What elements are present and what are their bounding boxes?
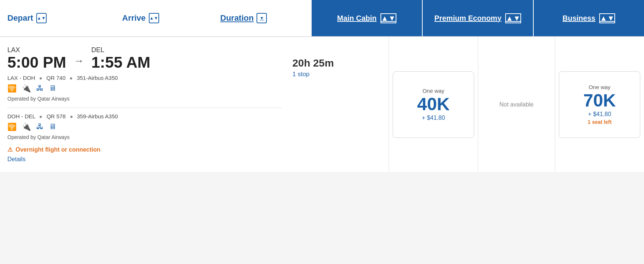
arrive-label: Arrive [122, 13, 146, 23]
business-card[interactable]: One way 70K + $41.80 1 seat left [559, 71, 640, 138]
warning-icon: ⚠ [7, 146, 13, 153]
page-wrapper: Depart ▲▼ Arrive ▲▼ Duration ▼ Main Cabi… [0, 0, 644, 172]
premium-economy-label: Premium Economy [435, 14, 502, 23]
main-cabin-label: Main Cabin [337, 14, 377, 23]
depart-time: 5:00 PM [7, 55, 66, 70]
depart-label: Depart [7, 13, 33, 23]
flight-info: LAX 5:00 PM → DEL 1:55 AM LAX - DOH QR 7… [0, 37, 289, 172]
business-cash: + $41.80 [588, 111, 611, 118]
segment-1-route: LAX - DOH QR 740 351-Airbus A350 [7, 75, 281, 81]
dot-2 [70, 77, 72, 79]
business-header[interactable]: Business ▲▼ [533, 0, 644, 36]
depart-block: LAX 5:00 PM [7, 46, 66, 70]
premium-economy-header[interactable]: Premium Economy ▲▼ [422, 0, 533, 36]
main-cabin-card-wrapper: One way 40K + $41.80 [389, 37, 478, 172]
main-cabin-card[interactable]: One way 40K + $41.80 [393, 71, 474, 138]
cabin-cards: One way 40K + $41.80 Not available One w… [389, 37, 644, 172]
segment-2: DOH - DEL QR 578 359-Airbus A350 🛜 🔌 🖧 🖥… [7, 113, 281, 140]
dot-1 [40, 77, 42, 79]
segment-separator [7, 108, 281, 108]
segment-1-amenities: 🛜 🔌 🖧 🖥 [7, 84, 281, 93]
business-sort-icon: ▲▼ [599, 13, 616, 23]
arrive-time: 1:55 AM [91, 55, 151, 70]
depart-sort-icon: ▲▼ [36, 13, 47, 23]
main-cabin-one-way: One way [422, 88, 444, 94]
business-seats-left: 1 seat left [588, 119, 612, 125]
premium-economy-sort-icon: ▲▼ [505, 13, 521, 23]
arrow-icon: → [74, 55, 84, 67]
main-cabin-sort-icon: ▲▼ [380, 13, 397, 23]
flight-times: LAX 5:00 PM → DEL 1:55 AM [7, 46, 281, 70]
stops: 1 stop [292, 71, 385, 78]
main-cabin-cash: + $41.80 [422, 115, 445, 121]
dot-3 [40, 116, 42, 118]
duration-info: 20h 25m 1 stop [289, 37, 389, 172]
main-cabin-header[interactable]: Main Cabin ▲▼ [311, 0, 422, 36]
depart-airport: LAX [7, 46, 66, 54]
screen-icon: 🖥 [49, 84, 56, 93]
power-icon-2: 🔌 [22, 122, 31, 131]
wifi-icon-2: 🛜 [7, 122, 17, 131]
main-content: LAX 5:00 PM → DEL 1:55 AM LAX - DOH QR 7… [0, 37, 644, 172]
premium-economy-not-available: Not available [499, 101, 534, 108]
usb-icon-2: 🖧 [36, 122, 44, 131]
arrive-airport: DEL [91, 46, 151, 54]
overnight-notice: ⚠ Overnight flight or connection [7, 146, 281, 153]
duration-sort-icon: ▼ [256, 13, 267, 23]
segment-2-amenities: 🛜 🔌 🖧 🖥 [7, 122, 281, 131]
arrive-sort-button[interactable]: Arrive ▲▼ [115, 0, 213, 36]
business-card-wrapper: One way 70K + $41.80 1 seat left [555, 37, 644, 172]
operated-by-2: Operated by Qatar Airways [7, 134, 281, 140]
business-one-way: One way [588, 84, 610, 90]
screen-icon-2: 🖥 [49, 122, 56, 131]
operated-by-1: Operated by Qatar Airways [7, 96, 281, 102]
business-label: Business [563, 14, 596, 23]
dot-4 [70, 116, 73, 118]
wifi-icon: 🛜 [7, 84, 17, 93]
business-points: 70K [583, 92, 616, 109]
power-icon: 🔌 [22, 84, 31, 93]
arrive-sort-icon: ▲▼ [149, 13, 159, 23]
header-row: Depart ▲▼ Arrive ▲▼ Duration ▼ Main Cabi… [0, 0, 644, 37]
usb-icon: 🖧 [36, 84, 44, 93]
details-link[interactable]: Details [7, 156, 26, 162]
premium-economy-card-wrapper: Not available [478, 37, 555, 172]
duration-time: 20h 25m [292, 57, 385, 69]
arrive-block: DEL 1:55 AM [91, 46, 151, 70]
segment-2-route: DOH - DEL QR 578 359-Airbus A350 [7, 113, 281, 119]
depart-sort-button[interactable]: Depart ▲▼ [0, 0, 115, 36]
segment-1: LAX - DOH QR 740 351-Airbus A350 🛜 🔌 🖧 🖥… [7, 75, 281, 102]
main-cabin-points: 40K [417, 95, 450, 113]
duration-label: Duration [220, 13, 254, 23]
duration-sort-button[interactable]: Duration ▼ [213, 0, 311, 36]
